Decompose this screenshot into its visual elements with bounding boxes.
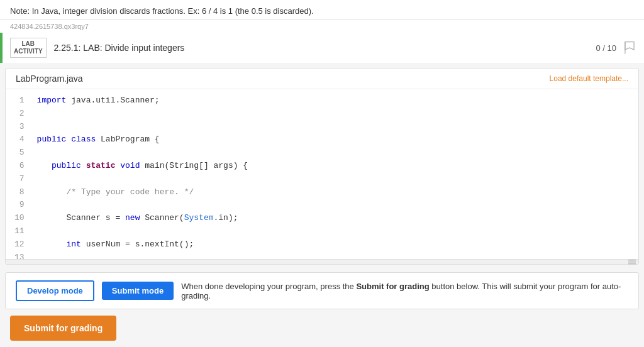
lab-title: 2.25.1: LAB: Divide input integers (54, 43, 596, 53)
lab-header: LAB ACTIVITY 2.25.1: LAB: Divide input i… (0, 33, 644, 63)
mode-description-bold: Submit for grading (356, 282, 429, 291)
line-numbers: 1 2 3 4 5 6 7 8 9 10 11 12 13 14 15 (6, 94, 31, 254)
mode-bar: Develop mode Submit mode When done devel… (5, 272, 639, 309)
load-template-link[interactable]: Load default template... (550, 74, 628, 83)
code-editor: LabProgram.java Load default template...… (5, 68, 639, 265)
develop-mode-button[interactable]: Develop mode (16, 280, 94, 301)
submit-mode-button[interactable]: Submit mode (102, 282, 174, 300)
code-content[interactable]: import java.util.Scanner; public class L… (31, 94, 638, 254)
mode-description-prefix: When done developing your program, press… (181, 282, 356, 291)
activity-id: 424834.2615738.qx3rqy7 (0, 20, 644, 33)
svg-marker-0 (625, 42, 634, 50)
resize-icon (628, 260, 636, 265)
svg-rect-3 (628, 262, 636, 263)
note-text: Note: In Java, integer division discards… (10, 6, 314, 16)
editor-header: LabProgram.java Load default template... (6, 69, 638, 89)
score-flag-icon (623, 41, 636, 55)
svg-rect-4 (628, 263, 636, 265)
submit-for-grading-button[interactable]: Submit for grading (10, 316, 116, 341)
mode-description: When done developing your program, press… (181, 282, 628, 300)
svg-rect-2 (628, 260, 636, 261)
resize-handle[interactable] (6, 259, 638, 264)
code-area[interactable]: 1 2 3 4 5 6 7 8 9 10 11 12 13 14 15 impo… (6, 89, 638, 259)
lab-badge: LAB ACTIVITY (10, 38, 47, 58)
editor-filename: LabProgram.java (16, 74, 83, 84)
note-banner: Note: In Java, integer division discards… (0, 0, 644, 20)
lab-score: 0 / 10 (596, 43, 616, 53)
